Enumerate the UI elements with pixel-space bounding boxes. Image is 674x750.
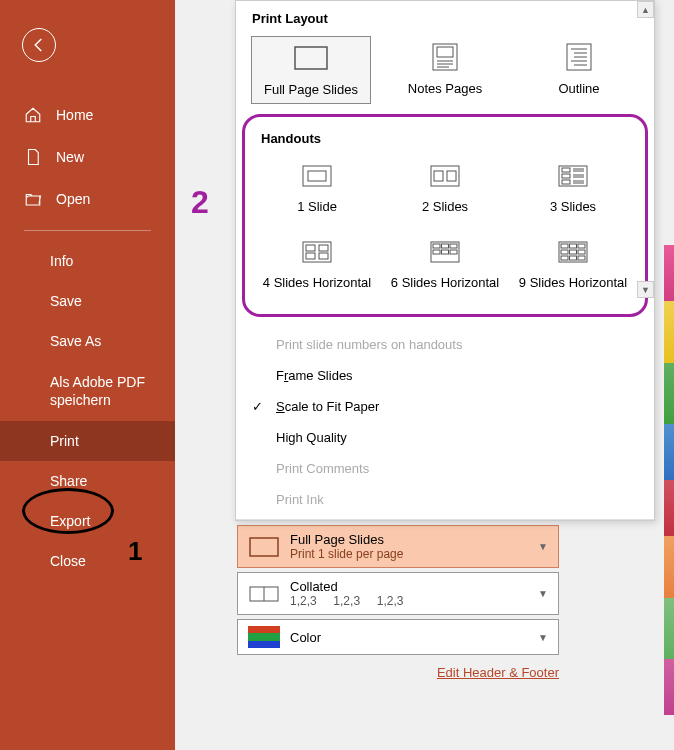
layout-label: 1 Slide [265, 199, 369, 214]
svg-rect-41 [569, 244, 576, 248]
nav-label: Print [50, 433, 79, 449]
nav-divider [24, 230, 151, 231]
svg-rect-31 [319, 253, 328, 259]
nav-save[interactable]: Save [0, 281, 175, 321]
setting-subtitle: Print 1 slide per page [290, 547, 538, 561]
section-title-print-layout: Print Layout [236, 1, 654, 32]
nav-new[interactable]: New [0, 136, 175, 178]
setting-title: Collated [290, 579, 538, 594]
handout-1-icon [295, 162, 339, 193]
nav-open[interactable]: Open [0, 178, 175, 220]
nav-label: Share [50, 473, 87, 489]
svg-rect-49 [250, 538, 278, 556]
svg-rect-19 [562, 174, 570, 178]
handout-6-horizontal[interactable]: 6 Slides Horizontal [383, 232, 507, 296]
check-icon: ✓ [252, 399, 263, 414]
print-settings: Full Page Slides Print 1 slide per page … [237, 525, 559, 680]
menu-frame-slides[interactable]: Frame Slides [236, 360, 654, 391]
menu-print-slide-numbers: Print slide numbers on handouts [236, 329, 654, 360]
svg-rect-39 [559, 242, 587, 262]
nav-home[interactable]: Home [0, 94, 175, 136]
layout-label: 3 Slides [521, 199, 625, 214]
handout-3-slides[interactable]: 3 Slides [513, 156, 633, 220]
nav-label: Home [56, 107, 93, 123]
chevron-down-icon: ▼ [538, 632, 548, 643]
svg-rect-13 [308, 171, 326, 181]
layout-notes-pages[interactable]: Notes Pages [385, 36, 505, 104]
menu-list: Print slide numbers on handouts Frame Sl… [236, 325, 654, 520]
svg-rect-47 [569, 256, 576, 260]
svg-rect-40 [561, 244, 568, 248]
svg-rect-36 [433, 250, 440, 254]
svg-rect-32 [431, 242, 459, 262]
layout-label: Outline [527, 81, 631, 96]
handout-3-icon [551, 162, 595, 193]
collated-icon [248, 583, 280, 605]
svg-rect-38 [450, 250, 457, 254]
layout-label: 6 Slides Horizontal [391, 275, 499, 290]
nav-info[interactable]: Info [0, 241, 175, 281]
full-page-icon [248, 536, 280, 558]
nav-print[interactable]: Print [0, 421, 175, 461]
handout-6-icon [423, 238, 467, 269]
layout-label: 9 Slides Horizontal [519, 275, 627, 290]
home-icon [24, 106, 42, 124]
layout-full-page[interactable]: Full Page Slides [251, 36, 371, 104]
backstage-sidebar: Home New Open Info Save Save As Als Adob… [0, 0, 175, 750]
nav-label: Save As [50, 333, 101, 349]
nav-label: New [56, 149, 84, 165]
section-title-handouts: Handouts [245, 121, 645, 152]
layout-label: 4 Slides Horizontal [263, 275, 371, 290]
chevron-down-icon: ▼ [538, 541, 548, 552]
setting-collate-dropdown[interactable]: Collated 1,2,3 1,2,3 1,2,3 ▼ [237, 572, 559, 615]
nav-label: Info [50, 253, 73, 269]
annotation-2: 2 [191, 184, 209, 221]
color-icon [248, 626, 280, 648]
back-button[interactable] [22, 28, 56, 62]
nav-label: Als Adobe PDF speichern [50, 373, 151, 409]
setting-layout-dropdown[interactable]: Full Page Slides Print 1 slide per page … [237, 525, 559, 568]
handout-2-icon [423, 162, 467, 193]
handout-2-slides[interactable]: 2 Slides [385, 156, 505, 220]
svg-rect-34 [441, 244, 448, 248]
nav-adobe-pdf[interactable]: Als Adobe PDF speichern [0, 361, 175, 421]
svg-rect-2 [437, 47, 453, 57]
layout-label: Notes Pages [393, 81, 497, 96]
setting-color-dropdown[interactable]: Color ▼ [237, 619, 559, 655]
handout-4-icon [295, 238, 339, 269]
svg-rect-20 [562, 180, 570, 184]
svg-rect-43 [561, 250, 568, 254]
full-page-icon [289, 43, 333, 76]
svg-rect-14 [431, 166, 459, 186]
edit-header-footer-link[interactable]: Edit Header & Footer [437, 665, 559, 680]
print-layout-row: Full Page Slides Notes Pages Outline [236, 32, 654, 112]
handouts-highlight-box: Handouts 1 Slide 2 Slides 3 Slides 4 Sli… [242, 114, 648, 317]
svg-rect-29 [319, 245, 328, 251]
handouts-row-1: 1 Slide 2 Slides 3 Slides [245, 152, 645, 228]
open-icon [24, 190, 42, 208]
svg-rect-15 [434, 171, 443, 181]
svg-rect-12 [303, 166, 331, 186]
scroll-up-button[interactable]: ▲ [637, 1, 654, 18]
menu-high-quality[interactable]: High Quality [236, 422, 654, 453]
svg-rect-35 [450, 244, 457, 248]
svg-rect-44 [569, 250, 576, 254]
outline-icon [557, 42, 601, 75]
nav-save-as[interactable]: Save As [0, 321, 175, 361]
menu-scale-to-fit[interactable]: ✓Scale to Fit Paper [236, 391, 654, 422]
print-layout-dropdown: ▲ ▼ Print Layout Full Page Slides Notes … [235, 0, 655, 521]
svg-rect-30 [306, 253, 315, 259]
handout-9-icon [551, 238, 595, 269]
notes-pages-icon [423, 42, 467, 75]
scroll-down-button[interactable]: ▼ [637, 281, 654, 298]
handout-9-horizontal[interactable]: 9 Slides Horizontal [511, 232, 635, 296]
layout-outline[interactable]: Outline [519, 36, 639, 104]
nav-close[interactable]: Close [0, 541, 175, 581]
annotation-circle [22, 488, 114, 534]
handout-4-horizontal[interactable]: 4 Slides Horizontal [255, 232, 379, 296]
handout-1-slide[interactable]: 1 Slide [257, 156, 377, 220]
nav-label: Save [50, 293, 82, 309]
setting-title: Color [290, 630, 538, 645]
svg-rect-48 [578, 256, 585, 260]
svg-rect-37 [441, 250, 448, 254]
